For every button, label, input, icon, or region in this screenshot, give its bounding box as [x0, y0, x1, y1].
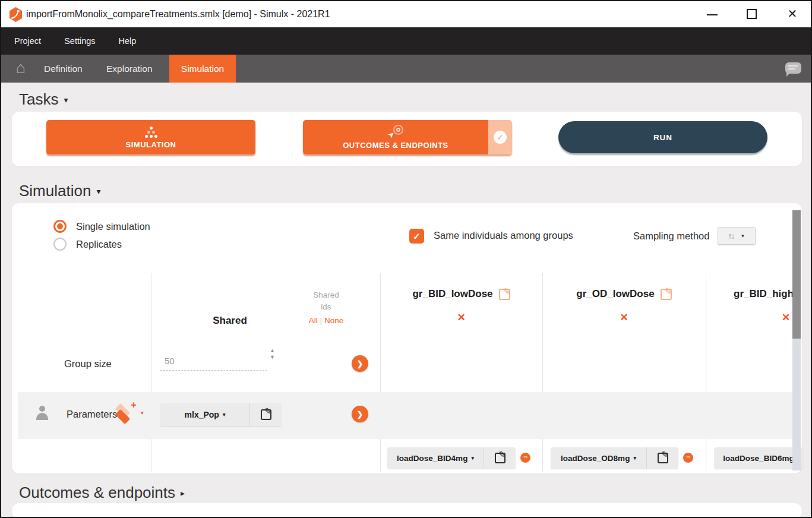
shared-ids-none-link[interactable]: None	[324, 316, 343, 325]
vertical-scrollbar-track[interactable]	[792, 210, 801, 470]
group-size-apply-button[interactable]: ❯	[352, 355, 368, 372]
shared-ids-links: All | None	[302, 316, 350, 325]
vertical-scrollbar-thumb[interactable]	[792, 210, 801, 339]
replicates-radio[interactable]	[53, 238, 67, 251]
outcomes-task-label: OUTCOMES & ENDPOINTS	[343, 141, 448, 150]
group-2-name: gr_OD_lowDose	[576, 288, 654, 300]
minimize-button[interactable]	[701, 1, 725, 27]
menu-bar: Project Settings Help	[1, 27, 811, 55]
shared-ids-label-line1: Shared	[302, 290, 350, 299]
sort-down-arrow-icon: ↓	[731, 231, 735, 241]
group-2-treatment-edit-button[interactable]: ✎	[647, 447, 678, 469]
group-2-edit-icon[interactable]: ✎	[661, 289, 672, 300]
group-header-2: gr_OD_lowDose ✎	[542, 288, 706, 300]
menu-project[interactable]: Project	[14, 36, 41, 46]
tasks-heading-label: Tasks	[19, 90, 58, 108]
column-divider	[380, 273, 381, 472]
tasks-card: SIMULATION ➤ OUTCOMES & ENDPOINTS ✓ RUN	[12, 112, 802, 166]
group-1-remove-icon[interactable]: ✕	[380, 311, 542, 324]
outcomes-collapse-caret-icon: ▸	[181, 488, 185, 498]
maximize-button[interactable]	[740, 1, 764, 27]
menu-settings[interactable]: Settings	[64, 36, 95, 46]
tasks-section-heading[interactable]: Tasks▾	[19, 90, 68, 109]
sampling-method-label: Sampling method	[633, 230, 709, 242]
group-3-remove-icon[interactable]: ✕	[782, 311, 790, 324]
tab-simulation[interactable]: Simulation	[169, 55, 236, 83]
parameters-row-label: Parameters	[67, 409, 117, 420]
group-3-treatment-combo: loadDose_BID6mg	[714, 447, 803, 469]
group-1-name: gr_BID_lowDose	[412, 288, 492, 300]
group-1-treatment-remove-icon[interactable]: −	[520, 453, 530, 463]
outcomes-card-collapsed	[12, 503, 802, 518]
shared-parameters-combo: mlx_Pop ▾ ✎	[160, 403, 282, 427]
outcomes-section-heading[interactable]: Outcomes & endpoints▸	[19, 484, 185, 502]
shared-parameters-dropdown[interactable]: mlx_Pop ▾	[160, 403, 249, 427]
simulation-card: Single simulation Replicates ✓ Same indi…	[12, 203, 802, 473]
simulation-task-label: SIMULATION	[126, 140, 176, 149]
window-title: importFromMonolix_compareTreatments.smlx…	[26, 1, 330, 27]
menu-help[interactable]: Help	[119, 36, 137, 46]
simulation-collapse-caret-icon: ▾	[96, 187, 100, 196]
simulation-task-button[interactable]: SIMULATION	[46, 120, 255, 154]
outcomes-task-button[interactable]: ➤ OUTCOMES & ENDPOINTS ✓	[303, 120, 512, 154]
edit-pencil-icon: ✎	[495, 453, 505, 463]
app-window: importFromMonolix_compareTreatments.smlx…	[0, 0, 812, 518]
group-1-edit-icon[interactable]: ✎	[499, 289, 510, 300]
group-2-treatment-dropdown[interactable]: loadDose_OD8mg ▾	[551, 447, 646, 469]
group-size-stepper[interactable]: ▲ ▼	[270, 348, 275, 360]
edit-pencil-icon: ✎	[658, 453, 668, 463]
tab-exploration[interactable]: Exploration	[106, 55, 153, 83]
tasks-collapse-caret-icon: ▾	[64, 95, 68, 105]
outcomes-task-main[interactable]: ➤ OUTCOMES & ENDPOINTS	[303, 120, 488, 154]
sampling-method-dropdown[interactable]: ↑ ↓ ▼	[718, 227, 756, 245]
tab-definition[interactable]: Definition	[44, 55, 83, 83]
group-1-treatment-value: loadDose_BID4mg	[397, 454, 467, 463]
column-divider	[542, 273, 543, 472]
same-individuals-label[interactable]: Same individuals among groups	[434, 230, 573, 241]
group-size-row-label: Group size	[64, 358, 112, 369]
outcomes-done-strip[interactable]: ✓	[488, 120, 512, 154]
shared-parameters-edit-button[interactable]: ✎	[250, 403, 282, 427]
tab-bar: ⌂ Definition Exploration Simulation	[1, 55, 811, 83]
group-2-treatment-value: loadDose_OD8mg	[561, 454, 630, 463]
simulation-section-heading[interactable]: Simulation▾	[19, 182, 100, 200]
shared-column-header: Shared	[194, 315, 266, 327]
column-divider	[706, 273, 706, 472]
group-2-treatment-remove-icon[interactable]: −	[683, 453, 693, 463]
shared-ids-label-line2: ids	[302, 302, 350, 311]
parameters-apply-button[interactable]: ❯	[352, 406, 368, 422]
add-parameter-plus-icon[interactable]: +	[131, 399, 137, 411]
person-icon	[39, 406, 45, 412]
target-arrow-icon: ➤	[388, 125, 403, 139]
group-3-name: gr_BID_highD	[734, 288, 795, 300]
shared-parameters-value: mlx_Pop	[185, 410, 219, 419]
column-divider	[151, 273, 151, 472]
group-2-remove-icon[interactable]: ✕	[542, 311, 706, 324]
group-1-treatment-dropdown[interactable]: loadDose_BID4mg ▾	[387, 447, 484, 469]
edit-pencil-icon: ✎	[261, 409, 271, 420]
feedback-bubble-icon[interactable]	[785, 62, 801, 74]
replicates-label[interactable]: Replicates	[76, 238, 122, 251]
add-parameter-caret-icon[interactable]: ▾	[141, 410, 144, 416]
group-3-treatment-dropdown[interactable]: loadDose_BID6mg	[714, 447, 803, 469]
app-logo-icon	[9, 7, 23, 22]
outcomes-done-check-icon: ✓	[494, 131, 507, 144]
single-simulation-radio[interactable]	[53, 220, 67, 233]
single-simulation-label[interactable]: Single simulation	[76, 220, 150, 233]
group-1-treatment-combo: loadDose_BID4mg ▾ ✎	[387, 447, 516, 469]
group-header-1: gr_BID_lowDose ✎	[380, 288, 542, 300]
dropdown-caret-icon: ▾	[471, 455, 474, 461]
stepper-down-icon[interactable]: ▼	[270, 355, 275, 360]
stepper-up-icon[interactable]: ▲	[270, 348, 275, 353]
dropdown-caret-icon: ▾	[223, 412, 226, 418]
run-button[interactable]: RUN	[558, 121, 767, 153]
group-1-treatment-edit-button[interactable]: ✎	[484, 447, 516, 469]
simulation-heading-label: Simulation	[19, 182, 91, 200]
group-size-input[interactable]	[160, 352, 267, 371]
home-icon[interactable]: ⌂	[11, 55, 31, 83]
title-bar: importFromMonolix_compareTreatments.smlx…	[1, 1, 811, 27]
outcomes-heading-label: Outcomes & endpoints	[19, 484, 175, 501]
close-button[interactable]: ✕	[781, 1, 804, 27]
shared-ids-all-link[interactable]: All	[309, 316, 318, 325]
same-individuals-checkbox[interactable]: ✓	[409, 229, 424, 244]
